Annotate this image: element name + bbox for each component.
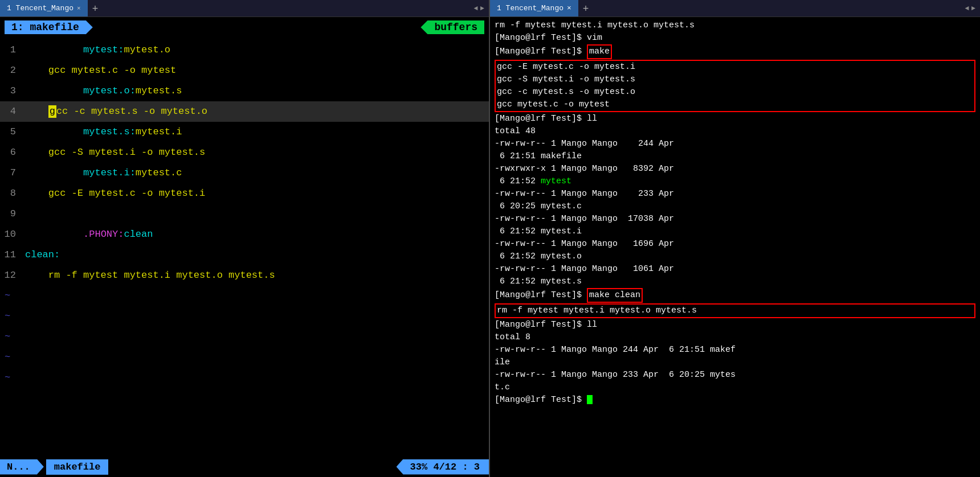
line-num-10: 10 [0, 224, 21, 245]
vim-tilde-1: ~ [0, 286, 489, 306]
vim-line-12: 12 rm -f mytest mytest.i mytest.o mytest… [0, 265, 489, 286]
vim-line-10: 10 .PHONY:clean [0, 224, 489, 245]
terminal-line-27: ile [495, 356, 975, 369]
terminal-line-14: -rw-rw-r-- 1 Mango Mango 233 Apr [495, 188, 975, 200]
terminal-line-19: 6 21:52 mytest.o [495, 250, 975, 263]
terminal-line-8: [Mango@lrf Test]$ ll [495, 113, 975, 125]
vim-tilde-3: ~ [0, 327, 489, 347]
vim-line-7: 7 mytest.i:mytest.c [0, 163, 489, 183]
vim-tilde-5: ~ [0, 368, 489, 388]
make-cmd-box: make [587, 44, 612, 59]
terminal-line-24: [Mango@lrf Test]$ ll [495, 319, 975, 331]
terminal-tab-bar: 1 Tencent_Mango × + ◄ ► [490, 0, 980, 17]
terminal-line-17: 6 21:52 mytest.i [495, 225, 975, 238]
terminal-line-11: 6 21:51 makefile [495, 150, 975, 163]
terminal-line-28: -rw-rw-r-- 1 Mango Mango 233 Apr 6 20:25… [495, 369, 975, 381]
line-num-5: 5 [0, 122, 21, 142]
terminal-panel: 1 Tencent_Mango × + ◄ ► rm -f mytest myt… [490, 0, 980, 477]
terminal-line-2: [Mango@lrf Test]$ vim [495, 32, 975, 44]
terminal-arrow-left[interactable]: ◄ [965, 5, 969, 13]
line-num-4: 4 [0, 101, 21, 122]
status-filename: makefile [46, 459, 109, 475]
terminal-line-13: 6 21:52 mytest [495, 175, 975, 188]
vim-statusbar: N... makefile 33% 4/12 : 3 [0, 457, 489, 477]
terminal-line-26: -rw-rw-r-- 1 Mango Mango 244 Apr 6 21:51… [495, 344, 975, 356]
line-num-11: 11 [0, 245, 21, 265]
vim-title: 1: makefile [5, 20, 93, 34]
status-mode: N... [0, 459, 44, 475]
vim-line-5: 5 mytest.s:mytest.i [0, 122, 489, 142]
line-content-12: rm -f mytest mytest.i mytest.o mytest.s [21, 265, 275, 286]
terminal-tab-arrows: ◄ ► [961, 5, 980, 13]
vim-tab-close[interactable]: × [77, 5, 81, 12]
terminal-tab[interactable]: 1 Tencent_Mango × [490, 0, 578, 17]
vim-line-8: 8 gcc -E mytest.c -o mytest.i [0, 183, 489, 204]
vim-tilde-4: ~ [0, 347, 489, 368]
terminal-line-15: 6 20:25 mytest.c [495, 200, 975, 213]
terminal-line-3: [Mango@lrf Test]$ make [495, 44, 975, 59]
terminal-arrow-right[interactable]: ► [971, 5, 975, 13]
terminal-line-7: gcc mytest.c -o mytest [497, 98, 973, 111]
line-content-11: clean: [21, 245, 60, 265]
terminal-line-29: t.c [495, 381, 975, 394]
terminal-line-20: -rw-rw-r-- 1 Mango Mango 1061 Apr [495, 263, 975, 275]
vim-content: 1 mytest:mytest.o 2 gcc mytest.c -o myte… [0, 38, 489, 457]
status-position: 33% 4/12 : 3 [397, 459, 489, 475]
vim-arrow-right[interactable]: ► [480, 5, 484, 13]
line-num-2: 2 [0, 60, 21, 81]
vim-line-3: 3 mytest.o:mytest.s [0, 81, 489, 101]
terminal-line-6: gcc -c mytest.s -o mytest.o [497, 86, 973, 98]
line-num-3: 3 [0, 81, 21, 101]
terminal-line-1: rm -f mytest mytest.i mytest.o mytest.s [495, 19, 975, 32]
line-num-1: 1 [0, 40, 21, 60]
line-num-12: 12 [0, 265, 21, 286]
terminal-line-9: total 48 [495, 125, 975, 138]
line-num-7: 7 [0, 163, 21, 183]
terminal-line-4: gcc -E mytest.c -o mytest.i [497, 61, 973, 73]
terminal-line-12: -rwxrwxr-x 1 Mango Mango 8392 Apr [495, 163, 975, 175]
vim-tab-bar: 1 Tencent_Mango × + ◄ ► [0, 0, 489, 17]
terminal-line-22: [Mango@lrf Test]$ make clean [495, 288, 975, 303]
line-num-8: 8 [0, 183, 21, 204]
vim-tab-arrows: ◄ ► [469, 5, 489, 13]
terminal-line-18: -rw-rw-r-- 1 Mango Mango 1696 Apr [495, 238, 975, 250]
make-clean-cmd-box: make clean [587, 288, 643, 303]
terminal-line-25: total 8 [495, 331, 975, 344]
terminal-tab-label: 1 Tencent_Mango [497, 4, 564, 13]
make-clean-output-box: rm -f mytest mytest.i mytest.o mytest.s [495, 303, 975, 318]
terminal-content: rm -f mytest mytest.i mytest.o mytest.s … [490, 17, 980, 477]
terminal-line-16: -rw-rw-r-- 1 Mango Mango 17038 Apr [495, 213, 975, 225]
terminal-line-10: -rw-rw-r-- 1 Mango Mango 244 Apr [495, 138, 975, 150]
make-output-box: gcc -E mytest.c -o mytest.i gcc -S mytes… [495, 60, 975, 112]
vim-header: 1: makefile buffers [0, 17, 489, 38]
terminal-line-30: [Mango@lrf Test]$ [495, 394, 975, 406]
terminal-line-21: 6 21:52 mytest.s [495, 275, 975, 288]
terminal-tab-close[interactable]: × [567, 4, 571, 13]
vim-arrow-left[interactable]: ◄ [474, 5, 478, 13]
line-num-9: 9 [0, 204, 21, 224]
terminal-line-23: rm -f mytest mytest.i mytest.o mytest.s [497, 305, 973, 317]
vim-tilde-2: ~ [0, 306, 489, 327]
vim-line-1: 1 mytest:mytest.o [0, 40, 489, 60]
line-num-6: 6 [0, 142, 21, 163]
terminal-cursor [587, 395, 593, 404]
vim-tab-label: 1 Tencent_Mango [7, 4, 74, 13]
vim-tab[interactable]: 1 Tencent_Mango × [0, 0, 88, 17]
vim-panel: 1 Tencent_Mango × + ◄ ► 1: makefile buff… [0, 0, 490, 477]
line-content-8: gcc -E mytest.c -o mytest.i [21, 183, 205, 204]
terminal-line-5: gcc -S mytest.i -o mytest.s [497, 73, 973, 86]
vim-tab-add[interactable]: + [88, 0, 103, 17]
terminal-tab-add[interactable]: + [578, 0, 594, 17]
vim-buffers: buffers [420, 20, 484, 34]
